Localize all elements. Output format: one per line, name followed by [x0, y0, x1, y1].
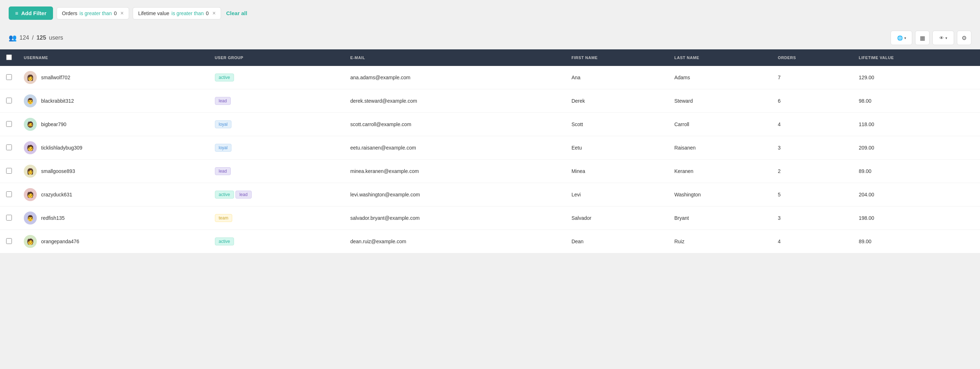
stats-bar: 👥 124 / 125 users 🌐 ▾ ▦ 👁 ▾ ⚙: [0, 26, 980, 49]
row-checkbox[interactable]: [6, 168, 12, 174]
row-email-cell: scott.carroll@example.com: [345, 113, 566, 136]
row-usergroup-cell: active: [209, 66, 345, 89]
select-all-checkbox[interactable]: [6, 54, 12, 60]
user-group-tag: lead: [215, 167, 231, 175]
globe-icon: 🌐: [897, 35, 903, 41]
user-group-tag: active: [215, 191, 234, 198]
row-checkbox[interactable]: [6, 192, 12, 197]
eye-button[interactable]: 👁 ▾: [932, 31, 954, 45]
toolbar-icons: 🌐 ▾ ▦ 👁 ▾ ⚙: [891, 31, 971, 45]
table-row[interactable]: 🧔bigbear790loyalscott.carroll@example.co…: [0, 113, 980, 136]
clear-all-button[interactable]: Clear all: [224, 7, 248, 19]
row-lastname-cell: Washington: [668, 183, 772, 206]
filter-chip-lifetime: Lifetime value is greater than 0 ×: [133, 7, 221, 19]
row-checkbox[interactable]: [6, 215, 12, 220]
row-username-cell: 🧑orangepanda476: [18, 230, 209, 253]
table-row[interactable]: 👩smallwolf702activeana.adams@example.com…: [0, 66, 980, 89]
row-checkbox[interactable]: [6, 98, 12, 103]
row-lifetime-cell: 89.00: [853, 160, 980, 183]
row-lastname-cell: Raisanen: [668, 136, 772, 160]
username-text: ticklishladybug309: [41, 145, 82, 150]
settings-button[interactable]: ⚙: [957, 31, 971, 45]
filter-orders-condition: is greater than: [80, 10, 112, 16]
row-usergroup-cell: activelead: [209, 183, 345, 206]
row-lifetime-cell: 204.00: [853, 183, 980, 206]
count-label: users: [49, 35, 63, 41]
col-lifetime: LIFETIME VALUE: [853, 49, 980, 66]
col-email: E-MAIL: [345, 49, 566, 66]
row-orders-cell: 3: [772, 206, 853, 230]
row-usergroup-cell: lead: [209, 89, 345, 113]
count-current: 124: [19, 35, 29, 41]
row-checkbox[interactable]: [6, 74, 12, 80]
row-orders-cell: 3: [772, 136, 853, 160]
add-filter-button[interactable]: ≡ Add Filter: [9, 6, 53, 20]
filter-lifetime-close[interactable]: ×: [212, 10, 216, 16]
grid-button[interactable]: ▦: [915, 31, 929, 45]
users-table: USERNAME USER GROUP E-MAIL FIRST NAME LA…: [0, 49, 980, 253]
row-firstname-cell: Levi: [566, 183, 668, 206]
filter-orders-prefix: Orders: [62, 10, 78, 16]
row-lastname-cell: Adams: [668, 66, 772, 89]
row-email-cell: derek.steward@example.com: [345, 89, 566, 113]
user-group-tag: active: [215, 73, 234, 81]
row-checkbox[interactable]: [6, 121, 12, 127]
globe-button[interactable]: 🌐 ▾: [891, 31, 912, 45]
row-checkbox-cell: [0, 113, 18, 136]
username-text: smallwolf702: [41, 74, 70, 80]
col-checkbox: [0, 49, 18, 66]
user-group-tag: lead: [215, 97, 231, 105]
table-row[interactable]: 🧑ticklishladybug309loyaleetu.raisanen@ex…: [0, 136, 980, 160]
count-total: 125: [37, 35, 46, 41]
row-firstname-cell: Minea: [566, 160, 668, 183]
settings-icon: ⚙: [962, 35, 967, 41]
table-row[interactable]: 👨redfish135teamsalvador.bryant@example.c…: [0, 206, 980, 230]
avatar: 👩: [24, 165, 37, 177]
row-username-cell: 👩smallwolf702: [18, 66, 209, 89]
row-checkbox-cell: [0, 160, 18, 183]
row-firstname-cell: Eetu: [566, 136, 668, 160]
filter-orders-value: 0: [114, 10, 117, 16]
table-row[interactable]: 🧑orangepanda476activedean.ruiz@example.c…: [0, 230, 980, 253]
row-lifetime-cell: 118.00: [853, 113, 980, 136]
users-icon: 👥: [9, 34, 17, 42]
table-row[interactable]: 👩smallgoose893leadminea.keranen@example.…: [0, 160, 980, 183]
col-usergroup: USER GROUP: [209, 49, 345, 66]
table-body: 👩smallwolf702activeana.adams@example.com…: [0, 66, 980, 253]
row-usergroup-cell: loyal: [209, 136, 345, 160]
row-lifetime-cell: 198.00: [853, 206, 980, 230]
row-lastname-cell: Ruiz: [668, 230, 772, 253]
add-filter-label: Add Filter: [21, 10, 46, 16]
row-checkbox-cell: [0, 89, 18, 113]
table-row[interactable]: 👨blackrabbit312leadderek.steward@example…: [0, 89, 980, 113]
row-orders-cell: 7: [772, 66, 853, 89]
row-lifetime-cell: 129.00: [853, 66, 980, 89]
row-orders-cell: 5: [772, 183, 853, 206]
row-firstname-cell: Dean: [566, 230, 668, 253]
table-header: USERNAME USER GROUP E-MAIL FIRST NAME LA…: [0, 49, 980, 66]
row-checkbox[interactable]: [6, 238, 12, 244]
row-username-cell: 🧔bigbear790: [18, 113, 209, 136]
globe-arrow: ▾: [904, 36, 906, 40]
avatar: 👨: [24, 94, 37, 108]
row-username-cell: 🧑ticklishladybug309: [18, 136, 209, 160]
row-username-cell: 🧑crazyduck631: [18, 183, 209, 206]
avatar: 🧔: [24, 118, 37, 131]
row-checkbox-cell: [0, 136, 18, 160]
row-lastname-cell: Carroll: [668, 113, 772, 136]
row-checkbox[interactable]: [6, 144, 12, 150]
row-email-cell: dean.ruiz@example.com: [345, 230, 566, 253]
row-username-cell: 👨redfish135: [18, 206, 209, 230]
table-row[interactable]: 🧑crazyduck631activeleadlevi.washington@e…: [0, 183, 980, 206]
row-orders-cell: 4: [772, 113, 853, 136]
row-usergroup-cell: active: [209, 230, 345, 253]
avatar: 🧑: [24, 235, 37, 248]
row-checkbox-cell: [0, 66, 18, 89]
filter-chip-orders: Orders is greater than 0 ×: [57, 7, 129, 19]
username-text: crazyduck631: [41, 192, 72, 198]
col-orders: ORDERS: [772, 49, 853, 66]
count-separator: /: [32, 35, 33, 41]
row-lifetime-cell: 89.00: [853, 230, 980, 253]
filter-orders-close[interactable]: ×: [121, 10, 124, 16]
row-usergroup-cell: team: [209, 206, 345, 230]
